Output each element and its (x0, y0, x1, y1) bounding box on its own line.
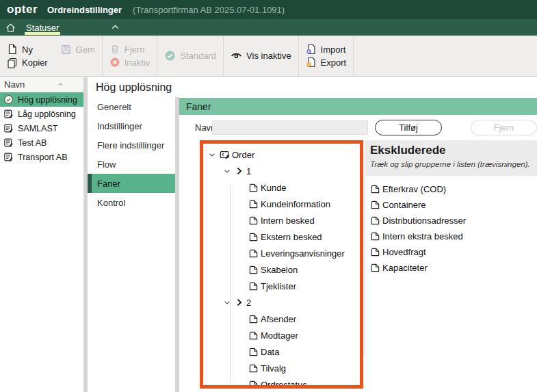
nav-item-flere-indstillinger[interactable]: Flere indstillinger (88, 135, 175, 155)
list-item-test-ab[interactable]: Test AB (0, 135, 83, 150)
tree-tab-label: Afsender (261, 314, 296, 324)
tree-tab-tjeklister[interactable]: Tjeklister (203, 278, 360, 294)
list-item-lag-upplosning[interactable]: Låg upplösning (0, 107, 83, 121)
excluded-item-label: Kapaciteter (382, 263, 428, 273)
excluded-item-kapaciteter[interactable]: Kapaciteter (370, 260, 537, 276)
tree-tab-ordrestatus[interactable]: Ordrestatus (203, 376, 360, 389)
list-item-label: Test AB (18, 138, 47, 148)
tab-icon (370, 247, 380, 257)
excluded-item-hovedfragt[interactable]: Hovedfragt (370, 244, 537, 260)
tab-icon (248, 347, 259, 357)
tab-group-icon (235, 166, 244, 176)
toolbar-group-transfer: Import Export (299, 36, 354, 76)
toolbar-group-view: Vis inaktive (224, 36, 299, 76)
list-item-samlast[interactable]: SAMLAST (0, 121, 83, 135)
delete-button-label: Fjern (125, 44, 145, 55)
tree-tab-afsender[interactable]: Afsender (203, 311, 360, 327)
chevron-down-icon[interactable] (222, 298, 233, 307)
section-header-faner: Faner (179, 98, 537, 115)
show-inactive-button[interactable]: Vis inaktive (231, 50, 291, 62)
tab-statuser[interactable]: Statuser (21, 19, 64, 36)
tree-tab-data[interactable]: Data (203, 343, 360, 360)
tab-icon (248, 183, 259, 193)
tree-tab-skabelon[interactable]: Skabelon (203, 261, 360, 278)
tree-content: Order 1 Kunde Kundeinformation (203, 146, 360, 385)
edit-list-icon (3, 109, 14, 119)
chevron-up-icon[interactable] (109, 21, 121, 33)
page-title: Hög upplösning (88, 77, 537, 97)
list-item-hog-upplosning[interactable]: Hög upplösning (0, 92, 83, 107)
excluded-item-intern-ekstra-besked[interactable]: Intern ekstra besked (370, 228, 537, 244)
tree-tab-label: Ekstern besked (261, 232, 322, 242)
nav-item-indstillinger[interactable]: Indstillinger (88, 116, 175, 135)
excluded-title: Ekskluderede (370, 144, 537, 157)
tree-node-label: 2 (246, 298, 251, 308)
tree-tab-label: Kunde (261, 183, 287, 193)
tab-icon (248, 232, 259, 242)
tab-icon (248, 215, 259, 226)
export-button[interactable]: Export (306, 57, 347, 68)
list-item-transport-ab[interactable]: Transport AB (0, 150, 83, 164)
standard-button[interactable]: Standard (164, 50, 216, 62)
new-button[interactable]: Ny (7, 44, 48, 55)
tree-tab-tilvalg[interactable]: Tilvalg (203, 360, 360, 376)
copy-button[interactable]: Kopier (7, 57, 48, 68)
column-header-navn[interactable]: Navn (0, 77, 83, 92)
tree-tab-intern-besked[interactable]: Intern besked (203, 212, 360, 228)
nav-item-faner[interactable]: Faner (88, 174, 175, 193)
export-button-label: Export (321, 57, 347, 68)
inactive-button[interactable]: Inaktiv (109, 57, 150, 68)
tree-node-label: 1 (246, 166, 251, 177)
ribbon-bar: Statuser (0, 19, 537, 36)
excluded-item-containere[interactable]: Containere (370, 197, 537, 213)
tree-node-group-2[interactable]: 2 (203, 294, 360, 311)
nav-item-kontrol[interactable]: Kontrol (88, 193, 175, 212)
home-icon[interactable] (0, 22, 21, 34)
list-item-label: SAMLAST (18, 124, 57, 133)
export-icon (306, 57, 317, 68)
app-window: opter Ordreindstillinger (Transportfirma… (0, 0, 537, 392)
tree-tab-modtager[interactable]: Modtager (203, 327, 360, 343)
copy-icon (7, 57, 18, 68)
remove-button[interactable]: Fjern (471, 120, 537, 135)
delete-button[interactable]: Fjern (109, 44, 150, 55)
save-button[interactable]: Gem (60, 44, 95, 55)
inactive-button-label: Inaktiv (125, 57, 150, 68)
tree-tab-kundeinformation[interactable]: Kundeinformation (203, 196, 360, 212)
excluded-item-label: Containere (382, 200, 426, 210)
nav-item-label: Indstillinger (97, 121, 142, 131)
opter-logo: opter (7, 3, 38, 16)
tree-node-group-1[interactable]: 1 (203, 163, 360, 179)
chevron-down-icon[interactable] (222, 166, 233, 176)
standard-button-label: Standard (180, 51, 216, 61)
excluded-item-label: Intern ekstra besked (382, 231, 463, 241)
excluded-list: Efterkrav (COD) Containere Distributions… (365, 176, 537, 356)
vertical-splitter[interactable] (175, 97, 179, 392)
excluded-item-distributionsadresser[interactable]: Distributionsadresser (370, 213, 537, 228)
nav-item-generelt[interactable]: Generelt (88, 97, 175, 116)
tab-name-form: Navn: Tilføj Fjern (179, 120, 537, 136)
import-button[interactable]: Import (306, 44, 347, 55)
tree-tab-kunde[interactable]: Kunde (203, 179, 360, 196)
excluded-item-label: Distributionsadresser (382, 215, 466, 226)
name-input[interactable] (212, 120, 368, 135)
excluded-item-efterkrav[interactable]: Efterkrav (COD) (370, 181, 537, 197)
tab-icon (248, 281, 259, 291)
tree-tab-leveringsanvisninger[interactable]: Leveringsanvisninger (203, 245, 360, 261)
tree-tab-ekstern-besked[interactable]: Ekstern besked (203, 228, 360, 245)
inactive-circle-x-icon (109, 57, 120, 68)
add-button[interactable]: Tilføj (375, 120, 442, 135)
tree-tab-label: Leveringsanvisninger (261, 248, 345, 259)
tab-icon (370, 263, 380, 273)
tab-icon (370, 231, 380, 241)
chevron-down-icon[interactable] (207, 150, 218, 159)
window-subtitle: (Transportfirman AB 2025.07-01.1091) (133, 5, 285, 15)
tabs-tree highlight-box: Order 1 Kunde Kundeinformation (200, 140, 363, 389)
import-button-label: Import (321, 44, 346, 55)
nav-item-flow[interactable]: Flow (88, 155, 175, 174)
column-header-label: Navn (4, 79, 25, 90)
save-icon (60, 44, 72, 55)
active-tab-underline (25, 32, 60, 35)
nav-item-label: Flere indstillinger (97, 140, 164, 151)
tree-node-order[interactable]: Order (203, 146, 360, 163)
